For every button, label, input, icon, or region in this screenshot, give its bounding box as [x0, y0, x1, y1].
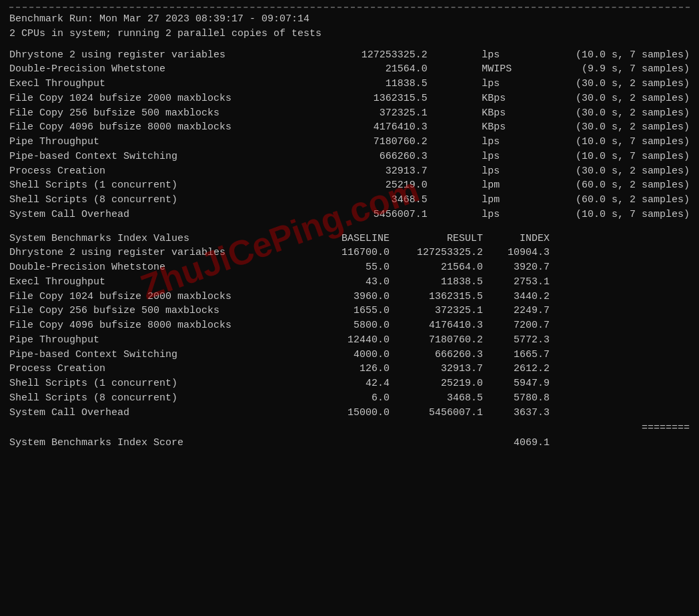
bench-name: Double-Precision Whetstone	[9, 62, 296, 77]
bench-unit: lps	[472, 208, 512, 222]
bench-unit: lps	[472, 164, 512, 179]
index-header-row: System Benchmarks Index Values BASELINE …	[9, 232, 690, 246]
index-result-row: System Call Overhead15000.05456007.13637…	[9, 406, 690, 420]
bench-name: Pipe-based Context Switching	[9, 149, 296, 164]
bench-value: 5456007.1	[341, 208, 428, 222]
bench-info: (9.9 s, 7 samples)	[556, 62, 690, 77]
bench-name: Process Creation	[9, 164, 296, 179]
bench-value: 11838.5	[341, 77, 428, 91]
raw-result-row: System Call Overhead5456007.1 lps(10.0 s…	[9, 208, 690, 222]
index-name: File Copy 256 bufsize 500 maxblocks	[9, 304, 303, 318]
index-index: 10904.3	[483, 246, 550, 260]
index-result: 372325.1	[390, 304, 483, 318]
index-name: System Call Overhead	[9, 406, 303, 420]
index-result-row: File Copy 4096 bufsize 8000 maxblocks580…	[9, 318, 690, 333]
index-header-result: RESULT	[390, 232, 483, 246]
bench-info: (30.0 s, 2 samples)	[556, 120, 690, 135]
index-name: Double-Precision Whetstone	[9, 260, 303, 275]
bench-value: 7180760.2	[341, 135, 428, 149]
index-baseline: 6.0	[303, 391, 390, 406]
index-result: 5456007.1	[390, 406, 483, 420]
index-baseline: 126.0	[303, 362, 390, 376]
bench-info: (60.0 s, 2 samples)	[556, 193, 690, 208]
index-index: 2612.2	[483, 362, 550, 376]
index-header-index: INDEX	[483, 232, 550, 246]
index-rows: Dhrystone 2 using register variables1167…	[9, 246, 690, 420]
bench-unit: lpm	[472, 178, 512, 193]
index-result-row: Execl Throughput43.011838.52753.1	[9, 275, 690, 290]
separator-row: ========	[9, 421, 690, 436]
index-result: 7180760.2	[390, 333, 483, 348]
index-baseline: 15000.0	[303, 406, 390, 420]
bench-name: Pipe Throughput	[9, 135, 296, 149]
raw-result-row: Pipe Throughput7180760.2 lps(10.0 s, 7 s…	[9, 135, 690, 149]
raw-result-row: Process Creation32913.7 lps(30.0 s, 2 sa…	[9, 164, 690, 179]
index-baseline: 43.0	[303, 275, 390, 290]
index-index: 3637.3	[483, 406, 550, 420]
raw-result-row: File Copy 4096 bufsize 8000 maxblocks417…	[9, 120, 690, 135]
index-result: 3468.5	[390, 391, 483, 406]
index-result-row: Process Creation126.032913.72612.2	[9, 362, 690, 376]
raw-result-row: Shell Scripts (1 concurrent)25219.0 lpm(…	[9, 178, 690, 193]
index-index: 1665.7	[483, 348, 550, 362]
index-baseline: 55.0	[303, 260, 390, 275]
raw-results-section: Dhrystone 2 using register variables1272…	[9, 48, 690, 222]
bench-value: 127253325.2	[341, 48, 428, 63]
index-result-row: Shell Scripts (8 concurrent)6.03468.5578…	[9, 391, 690, 406]
bench-info: (30.0 s, 2 samples)	[556, 106, 690, 121]
raw-result-row: Execl Throughput11838.5 lps(30.0 s, 2 sa…	[9, 77, 690, 91]
index-result-row: Dhrystone 2 using register variables1167…	[9, 246, 690, 260]
bench-info: (10.0 s, 7 samples)	[556, 48, 690, 63]
index-result: 25219.0	[390, 376, 483, 391]
index-baseline: 116700.0	[303, 246, 390, 260]
index-result-row: Shell Scripts (1 concurrent)42.425219.05…	[9, 376, 690, 391]
index-header-label: System Benchmarks Index Values	[9, 232, 303, 246]
index-index: 2753.1	[483, 275, 550, 290]
score-label: System Benchmarks Index Score	[9, 436, 303, 450]
index-result-row: Pipe-based Context Switching4000.0666260…	[9, 348, 690, 362]
bench-name: File Copy 256 bufsize 500 maxblocks	[9, 106, 296, 121]
bench-info: (30.0 s, 2 samples)	[556, 77, 690, 91]
bench-value: 666260.3	[341, 149, 428, 164]
index-result-row: Pipe Throughput12440.07180760.25772.3	[9, 333, 690, 348]
bench-info: (60.0 s, 2 samples)	[556, 178, 690, 193]
bench-name: Execl Throughput	[9, 77, 296, 91]
bench-value: 32913.7	[341, 164, 428, 179]
index-baseline: 4000.0	[303, 348, 390, 362]
bench-unit: KBps	[472, 120, 512, 135]
index-index: 3920.7	[483, 260, 550, 275]
index-name: File Copy 4096 bufsize 8000 maxblocks	[9, 318, 303, 333]
top-border	[9, 7, 690, 8]
index-name: Process Creation	[9, 362, 303, 376]
bench-unit: KBps	[472, 106, 512, 121]
index-baseline: 3960.0	[303, 290, 390, 304]
bench-unit: MWIPS	[472, 62, 512, 77]
index-baseline: 1655.0	[303, 304, 390, 318]
index-index: 7200.7	[483, 318, 550, 333]
bench-value: 372325.1	[341, 106, 428, 121]
bench-unit: lps	[472, 149, 512, 164]
bench-value: 3468.5	[341, 193, 428, 208]
index-name: Shell Scripts (8 concurrent)	[9, 391, 303, 406]
index-result: 127253325.2	[390, 246, 483, 260]
index-section: System Benchmarks Index Values BASELINE …	[9, 232, 690, 450]
index-result: 666260.3	[390, 348, 483, 362]
bench-unit: lpm	[472, 193, 512, 208]
bench-info: (10.0 s, 7 samples)	[556, 135, 690, 149]
bench-name: Shell Scripts (8 concurrent)	[9, 193, 296, 208]
header-line1: Benchmark Run: Mon Mar 27 2023 08:39:17 …	[9, 12, 690, 27]
bench-unit: lps	[472, 77, 512, 91]
bench-value: 1362315.5	[341, 91, 428, 106]
index-name: File Copy 1024 bufsize 2000 maxblocks	[9, 290, 303, 304]
index-result: 1362315.5	[390, 290, 483, 304]
bench-info: (30.0 s, 2 samples)	[556, 164, 690, 179]
bench-info: (10.0 s, 7 samples)	[556, 149, 690, 164]
score-row: System Benchmarks Index Score 4069.1	[9, 436, 690, 450]
bench-value: 4176410.3	[341, 120, 428, 135]
index-index: 3440.2	[483, 290, 550, 304]
bench-name: Dhrystone 2 using register variables	[9, 48, 296, 63]
index-baseline: 42.4	[303, 376, 390, 391]
index-result: 32913.7	[390, 362, 483, 376]
index-name: Execl Throughput	[9, 275, 303, 290]
index-name: Dhrystone 2 using register variables	[9, 246, 303, 260]
